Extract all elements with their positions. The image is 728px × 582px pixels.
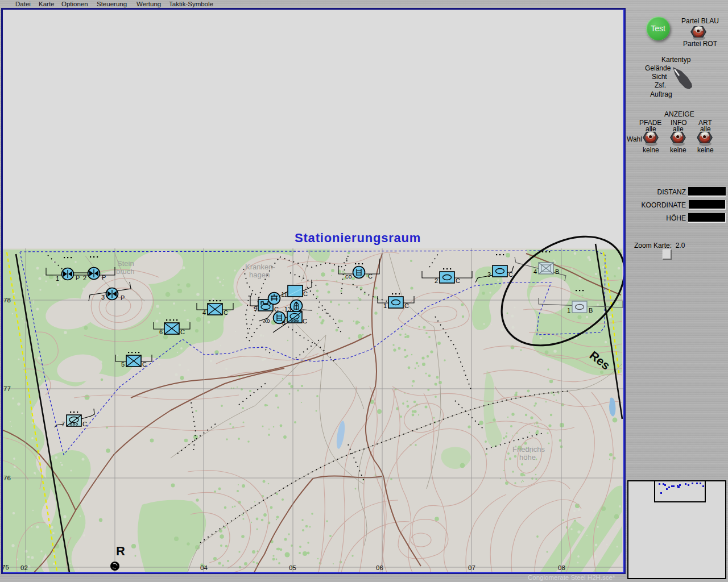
svg-text:Stein: Stein	[117, 259, 134, 268]
svg-text:P: P	[102, 274, 106, 281]
svg-text:C: C	[224, 309, 228, 316]
svg-text:Kranken-: Kranken-	[245, 263, 275, 271]
svg-text:06: 06	[376, 564, 383, 571]
svg-text:11: 11	[281, 291, 287, 298]
svg-text:Friedrichs: Friedrichs	[512, 445, 545, 454]
svg-text:7: 7	[61, 421, 65, 427]
svg-text:4: 4	[533, 268, 537, 275]
svg-text:P: P	[76, 275, 80, 281]
svg-text:co: co	[345, 273, 352, 280]
svg-text:4: 4	[202, 309, 206, 316]
svg-text:77: 77	[3, 385, 11, 392]
svg-text:höhe: höhe	[519, 453, 536, 462]
svg-text:8: 8	[282, 319, 286, 326]
svg-text:-13: -13	[282, 306, 291, 313]
svg-text:C: C	[303, 290, 308, 297]
svg-text:9: 9	[254, 305, 257, 312]
svg-text:C: C	[274, 306, 279, 313]
svg-text:C: C	[368, 273, 373, 280]
svg-text:C: C	[456, 277, 460, 284]
svg-text:76: 76	[3, 475, 11, 481]
svg-text:R: R	[116, 544, 125, 558]
svg-text:C: C	[142, 361, 147, 368]
svg-text:6: 6	[159, 329, 163, 335]
svg-text:3: 3	[101, 294, 105, 301]
svg-text:B: B	[589, 307, 593, 314]
svg-text:Stationierungsraum: Stationierungsraum	[295, 231, 421, 245]
svg-text:hagen: hagen	[249, 271, 270, 279]
svg-text:1: 1	[383, 302, 387, 309]
svg-text:B: B	[555, 268, 559, 275]
svg-text:C: C	[508, 271, 513, 278]
svg-text:02: 02	[20, 564, 28, 571]
svg-text:bruch: bruch	[116, 267, 135, 276]
svg-text:xo: xo	[264, 318, 270, 324]
svg-text:P: P	[121, 294, 125, 301]
svg-text:C: C	[82, 421, 87, 427]
svg-text:2: 2	[435, 277, 438, 284]
svg-text:C: C	[180, 329, 185, 335]
svg-text:5: 5	[121, 361, 125, 368]
svg-text:07: 07	[468, 564, 475, 571]
svg-text:78: 78	[3, 297, 11, 304]
svg-text:1: 1	[567, 307, 570, 314]
svg-text:2: 2	[83, 275, 86, 281]
svg-text:C: C	[303, 318, 307, 325]
svg-text:1: 1	[56, 275, 59, 282]
svg-text:C: C	[404, 302, 409, 309]
svg-text:04: 04	[200, 564, 208, 571]
svg-text:3: 3	[487, 271, 491, 278]
svg-text:08: 08	[558, 564, 565, 571]
svg-text:05: 05	[289, 564, 296, 571]
